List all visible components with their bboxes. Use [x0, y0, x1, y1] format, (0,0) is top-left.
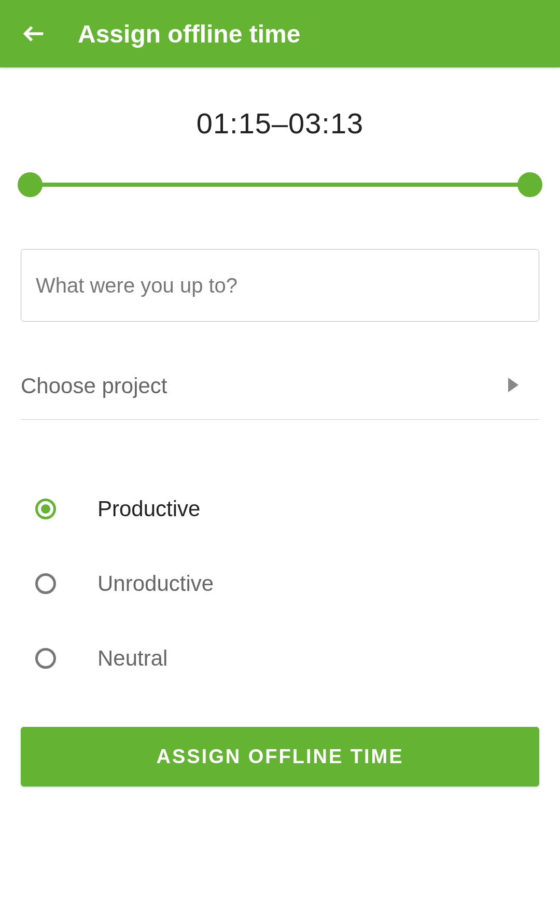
slider-handle-end[interactable]: [517, 172, 542, 197]
radio-icon: [35, 648, 56, 669]
radio-icon: [35, 499, 56, 519]
slider-track: [36, 183, 524, 187]
assign-offline-time-button[interactable]: ASSIGN OFFLINE TIME: [21, 727, 539, 787]
productivity-radio-group: Productive Unroductive Neutral: [21, 420, 539, 696]
description-input[interactable]: [21, 249, 539, 322]
time-range-container: 01:15–03:13: [0, 67, 560, 171]
page-title: Assign offline time: [78, 20, 300, 48]
radio-label: Productive: [97, 497, 200, 521]
slider-handle-start[interactable]: [18, 172, 43, 197]
app-header: Assign offline time: [0, 0, 560, 67]
radio-icon: [35, 573, 56, 594]
radio-neutral[interactable]: Neutral: [21, 621, 539, 696]
back-arrow-icon[interactable]: [21, 21, 47, 47]
radio-label: Unroductive: [97, 571, 214, 596]
radio-label: Neutral: [97, 646, 167, 671]
radio-productive[interactable]: Productive: [21, 472, 539, 546]
radio-unproductive[interactable]: Unroductive: [21, 546, 539, 621]
time-range: 01:15–03:13: [0, 106, 560, 140]
chevron-right-icon: [508, 378, 519, 394]
choose-project-label: Choose project: [21, 374, 167, 398]
svg-marker-1: [508, 378, 519, 392]
time-slider[interactable]: [0, 171, 560, 197]
choose-project-row[interactable]: Choose project: [21, 337, 539, 420]
